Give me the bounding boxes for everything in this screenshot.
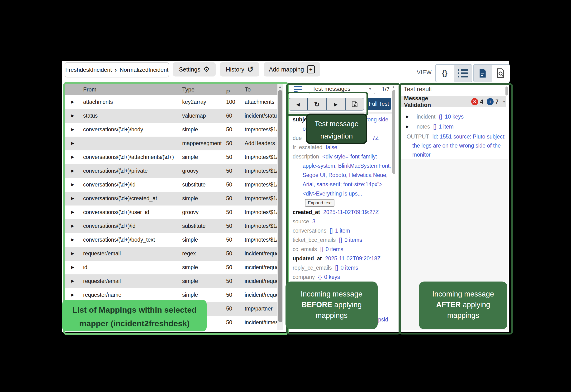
screenshot-root: { "toolbar": { "breadcrumb_from": "Fresh… — [0, 0, 571, 392]
document-search-button[interactable] — [492, 65, 510, 82]
row-expander-icon[interactable]: ▶ — [71, 182, 74, 187]
cell-priority: 60 — [226, 113, 232, 119]
cell-to: AddHeaders — [245, 140, 277, 146]
result-json-rows: ▶incident{}10 keys▶notes[]1 item — [407, 112, 504, 132]
cell-from: conversations/(\d+)/id — [83, 223, 136, 229]
cell-from: conversations/(\d+)/body — [83, 126, 143, 133]
cell-to: incident/timestamp — [245, 319, 277, 326]
message-validation-bar[interactable]: Message Validation ✕ 4 i 7 ▼ — [400, 96, 506, 107]
cell-to: tmp/notes/$1/ — [245, 209, 277, 216]
chevron-right-icon: › — [115, 66, 117, 74]
previous-message-button[interactable]: ◀ — [289, 98, 308, 110]
json-row: fr_escalatedfalse — [293, 143, 392, 152]
json-key: fr_escalated — [293, 144, 322, 150]
cell-to: tmp/notes/$1/ — [245, 168, 277, 174]
result-row: ▶notes[]1 item — [407, 122, 504, 132]
mappings-scrollbar[interactable]: ▲ — [277, 84, 283, 330]
add-mapping-button-label: Add mapping — [269, 66, 304, 73]
scrollbar-thumb[interactable] — [505, 87, 508, 96]
cell-to: incident/requester — [245, 278, 277, 284]
cell-priority: 50 — [226, 237, 232, 243]
json-type-marker: [] — [320, 246, 323, 252]
table-row[interactable]: ▶attachmentskey2array100attachments — [65, 95, 277, 109]
json-value: <div style="font-family:-apple-system, B… — [303, 153, 391, 197]
expand-arrow-icon[interactable]: ▶ — [406, 122, 409, 132]
table-row[interactable]: ▶requester/emailregex50incident/requeste… — [65, 247, 277, 261]
add-mapping-button[interactable]: Add mapping + — [264, 62, 320, 76]
save-message-button[interactable] — [346, 98, 364, 110]
cell-from: status — [83, 113, 98, 119]
column-header-to[interactable]: To — [245, 86, 251, 93]
scroll-up-icon[interactable]: ▲ — [392, 85, 395, 89]
row-expander-icon[interactable]: ▶ — [71, 237, 74, 242]
table-row[interactable]: ▶conversations/(\d+)/user_idgroovy50tmp/… — [65, 205, 277, 219]
row-expander-icon[interactable]: ▶ — [71, 196, 74, 201]
json-key: conversations — [293, 228, 326, 234]
json-value: false — [326, 144, 337, 150]
row-expander-icon[interactable]: ▶ — [71, 210, 74, 214]
column-header-type[interactable]: Type — [182, 86, 195, 93]
table-row[interactable]: ▶conversations/(\d+)/created_atsimple50t… — [65, 192, 277, 205]
scroll-up-icon[interactable]: ▲ — [278, 85, 282, 89]
row-expander-icon[interactable]: ▶ — [71, 113, 74, 118]
refresh-icon: ↻ — [314, 101, 320, 108]
table-row[interactable]: ▶statusvaluemap60incident/status — [65, 109, 277, 123]
json-row: reply_cc_emails[]0 items — [293, 263, 392, 273]
json-view-button[interactable]: {} — [436, 65, 454, 82]
cell-priority: 50 — [226, 278, 232, 284]
column-header-from[interactable]: From — [83, 86, 96, 93]
next-message-button[interactable]: ▶ — [327, 98, 346, 110]
row-expander-icon[interactable]: ▶ — [71, 100, 74, 104]
row-expander-icon[interactable]: ▶ — [71, 127, 74, 132]
history-button[interactable]: History ↺ — [220, 62, 259, 76]
scrollbar-thumb[interactable] — [392, 90, 395, 174]
table-row[interactable]: ▶requester/emailsimple50incident/request… — [65, 274, 277, 288]
cell-from: conversations/(\d+)/attachments/(\d+) — [83, 154, 174, 160]
before-annotation-box: Incoming message BEFORE applying mapping… — [286, 282, 378, 329]
breadcrumb-source: FreshdeskIncident — [65, 67, 112, 73]
reload-message-button[interactable]: ↻ — [308, 98, 327, 110]
row-expander-icon[interactable]: ▶ — [71, 224, 74, 228]
nav-annotation-label: Test message navigation — [306, 114, 367, 144]
mappings-annotation-label: List of Mappings within selected mapper … — [62, 300, 207, 331]
table-row[interactable]: ▶conversations/(\d+)/bodysimple50tmp/not… — [65, 123, 277, 137]
cell-priority: 50 — [226, 168, 232, 174]
json-row: updated_at2025-11-02T09:20:18Z — [293, 254, 392, 263]
list-view-button[interactable] — [454, 65, 472, 82]
json-text-fragment: psid — [378, 317, 388, 323]
expand-arrow-icon[interactable]: ▶ — [287, 226, 290, 235]
json-type-marker: [] — [335, 265, 338, 271]
row-expander-icon[interactable]: ▶ — [71, 141, 74, 145]
cell-type: substitute — [182, 182, 205, 188]
table-row[interactable]: ▶idsimple50incident/requester — [65, 261, 277, 274]
json-key: description — [293, 153, 319, 160]
table-row[interactable]: ▶conversations/(\d+)/privategroovy50tmp/… — [65, 164, 277, 178]
row-expander-icon[interactable]: ▶ — [71, 168, 74, 173]
scrollbar-thumb[interactable] — [278, 90, 282, 322]
table-row[interactable]: ▶conversations/(\d+)/idsubstitute50tmp/n… — [65, 219, 277, 233]
json-value: 2025-11-02T09:19:27Z — [323, 209, 379, 215]
breadcrumb[interactable]: FreshdeskIncident › NormalizedIncident — [65, 62, 169, 77]
table-row[interactable]: ▶conversations/(\d+)/attachments/(\d+)si… — [65, 150, 277, 164]
info-count: 7 — [496, 98, 499, 105]
full-test-button[interactable]: Full Test — [367, 98, 391, 110]
table-row[interactable]: ▶conversations/(\d+)/body_textsimple50tm… — [65, 233, 277, 247]
row-expander-icon[interactable]: ▶ — [71, 292, 74, 297]
row-expander-icon[interactable]: ▶ — [71, 279, 74, 283]
document-view-button[interactable] — [474, 65, 492, 82]
expand-text-button[interactable]: Expand text — [305, 199, 334, 207]
chevron-down-icon[interactable]: ▼ — [502, 100, 506, 103]
row-expander-icon[interactable]: ▶ — [71, 251, 74, 256]
test-messages-dropdown[interactable]: Test messages ▼ — [309, 84, 375, 94]
filter-menu-icon[interactable] — [294, 86, 302, 92]
row-expander-icon[interactable]: ▶ — [71, 265, 74, 269]
expand-arrow-icon[interactable]: ▶ — [406, 112, 409, 122]
document-icon — [479, 68, 487, 78]
row-expander-icon[interactable]: ▶ — [71, 155, 74, 159]
table-row[interactable]: ▶conversations/(\d+)/idsubstitute50tmp/n… — [65, 178, 277, 192]
json-type-marker: [] — [433, 124, 436, 130]
table-row[interactable]: ▶mappersegment50AddHeaders — [65, 137, 277, 150]
settings-button[interactable]: Settings ⚙ — [173, 62, 216, 76]
braces-icon: {} — [442, 69, 447, 77]
cell-priority: 50 — [226, 182, 232, 188]
